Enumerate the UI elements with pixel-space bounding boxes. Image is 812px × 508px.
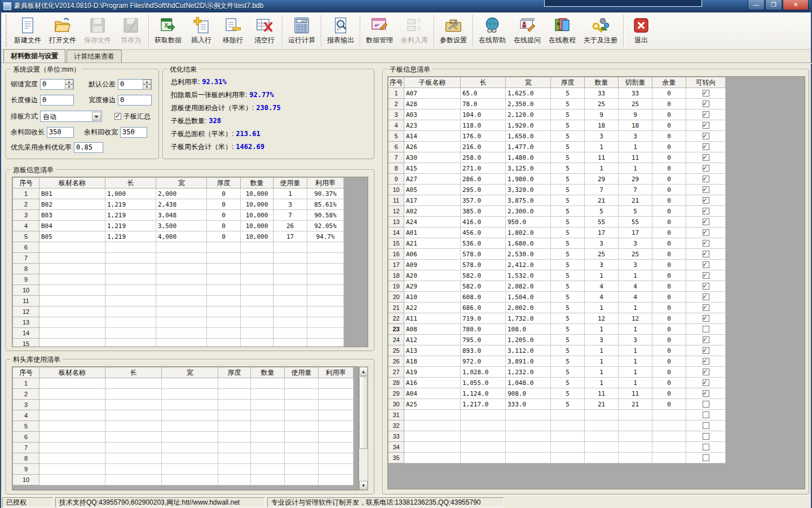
rotatable-checkbox[interactable] [703, 229, 709, 236]
row-number[interactable]: 2 [13, 389, 39, 400]
table-row[interactable]: 9A27286.01,980.0529290 [389, 174, 726, 185]
table-cell[interactable] [285, 464, 319, 475]
table-cell[interactable]: 33 [619, 88, 652, 99]
table-cell[interactable]: 0 [207, 199, 241, 210]
table-cell[interactable] [105, 242, 156, 253]
column-header[interactable]: 余量 [652, 77, 686, 88]
table-cell[interactable] [207, 242, 241, 253]
table-row[interactable]: 4A23118.01,920.0518180 [389, 120, 726, 131]
table-cell[interactable]: 1,219 [105, 210, 156, 221]
table-cell[interactable] [251, 410, 285, 421]
row-number[interactable]: 22 [389, 313, 404, 324]
row-number[interactable]: 30 [389, 399, 404, 410]
table-cell[interactable] [273, 339, 307, 348]
table-cell[interactable] [273, 328, 307, 339]
table-cell[interactable] [319, 421, 354, 432]
table-cell[interactable] [461, 442, 506, 453]
table-cell[interactable]: 1 [619, 324, 652, 335]
table-cell[interactable] [162, 400, 218, 410]
table-row[interactable]: 10 [13, 475, 354, 485]
table-row[interactable]: 15 [13, 339, 344, 348]
row-number[interactable]: 23 [389, 324, 404, 335]
table-row[interactable]: 23A08780.0108.05110 [389, 324, 726, 335]
table-cell[interactable]: 5 [551, 281, 585, 292]
rotatable-cell[interactable] [686, 281, 726, 292]
table-cell[interactable]: 0 [652, 131, 686, 142]
table-cell[interactable] [39, 242, 105, 253]
close-button[interactable]: ✕ [783, 0, 809, 10]
table-cell[interactable]: A28 [404, 99, 461, 110]
table-cell[interactable]: 1,980.0 [506, 174, 551, 185]
rotatable-cell[interactable] [686, 195, 726, 206]
table-cell[interactable]: 3 [585, 238, 619, 249]
rotatable-checkbox[interactable] [703, 433, 709, 440]
table-cell[interactable]: 94.7% [307, 231, 344, 242]
table-cell[interactable]: 1 [619, 270, 652, 281]
exit-button[interactable]: 退出 [625, 12, 657, 49]
row-number[interactable]: 4 [13, 221, 39, 231]
row-number[interactable]: 14 [13, 328, 39, 339]
table-cell[interactable]: 0 [652, 110, 686, 120]
row-number[interactable]: 10 [13, 475, 39, 485]
table-cell[interactable] [251, 475, 285, 485]
table-cell[interactable]: 608.0 [461, 292, 506, 303]
table-row[interactable]: 18A20582.01,532.05110 [389, 270, 726, 281]
table-cell[interactable] [105, 306, 156, 317]
table-row[interactable]: 13 [13, 317, 344, 328]
table-cell[interactable] [105, 317, 156, 328]
table-cell[interactable]: 1,477.0 [506, 142, 551, 152]
table-cell[interactable]: 10,000 [241, 210, 273, 221]
table-cell[interactable] [207, 328, 241, 339]
table-cell[interactable]: 5 [551, 152, 585, 163]
row-number[interactable]: 11 [389, 195, 404, 206]
rotatable-checkbox[interactable] [703, 176, 709, 182]
table-cell[interactable]: 0 [652, 185, 686, 195]
table-cell[interactable]: 5 [551, 270, 585, 281]
table-cell[interactable]: 5 [619, 206, 652, 217]
table-cell[interactable] [241, 264, 273, 274]
table-row[interactable]: 9 [13, 274, 344, 285]
table-cell[interactable] [273, 285, 307, 296]
row-number[interactable]: 28 [389, 378, 404, 388]
table-cell[interactable]: 9 [619, 110, 652, 120]
table-cell[interactable]: 1 [585, 367, 619, 378]
table-cell[interactable]: 55 [619, 217, 652, 227]
table-row[interactable]: 1 [13, 378, 354, 389]
rotatable-cell[interactable] [686, 345, 726, 356]
table-cell[interactable] [207, 285, 241, 296]
table-row[interactable]: 14 [13, 328, 344, 339]
table-cell[interactable]: 0 [652, 120, 686, 131]
row-number[interactable]: 31 [389, 410, 404, 421]
table-cell[interactable] [105, 432, 162, 443]
rotatable-checkbox[interactable] [703, 444, 709, 450]
rotatable-checkbox[interactable] [703, 283, 709, 290]
table-cell[interactable]: 21 [619, 195, 652, 206]
table-cell[interactable] [207, 264, 241, 274]
column-header[interactable]: 序号 [389, 77, 404, 88]
table-cell[interactable]: A10 [404, 292, 461, 303]
rotatable-checkbox[interactable] [703, 111, 709, 118]
row-number[interactable]: 24 [389, 335, 404, 345]
table-cell[interactable]: 18 [619, 120, 652, 131]
column-header[interactable]: 利用率 [319, 367, 354, 378]
table-cell[interactable]: A21 [404, 238, 461, 249]
column-header[interactable]: 子板名称 [404, 77, 461, 88]
table-cell[interactable]: A08 [404, 324, 461, 335]
table-cell[interactable]: 1 [619, 356, 652, 367]
table-cell[interactable] [218, 421, 251, 432]
table-cell[interactable]: 25 [585, 249, 619, 260]
table-cell[interactable] [285, 421, 319, 432]
table-cell[interactable] [652, 442, 686, 453]
column-header[interactable]: 可转向 [686, 77, 726, 88]
table-cell[interactable]: 2,000 [156, 189, 207, 199]
save-file-button[interactable]: 保存文件 [80, 12, 115, 49]
table-cell[interactable]: A18 [404, 356, 461, 367]
column-header[interactable]: 序号 [13, 178, 39, 189]
table-cell[interactable]: 5 [551, 142, 585, 152]
row-number[interactable]: 7 [13, 253, 39, 264]
row-number[interactable]: 4 [389, 120, 404, 131]
table-cell[interactable]: 17 [619, 227, 652, 238]
column-header[interactable]: 利用率 [307, 178, 344, 189]
table-cell[interactable] [241, 306, 273, 317]
table-cell[interactable] [207, 274, 241, 285]
